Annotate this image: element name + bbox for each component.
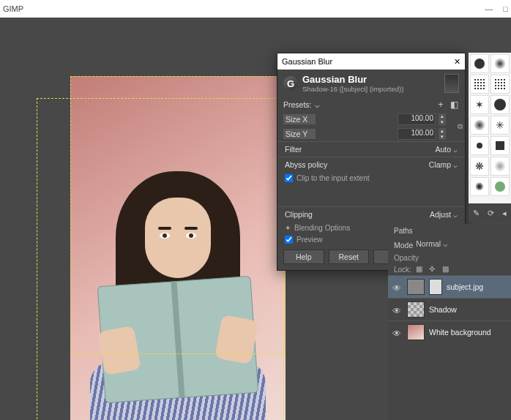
sizex-up[interactable]: ▴ [439,113,446,119]
clip-extent-checkbox[interactable] [285,174,293,182]
sizey-input[interactable]: 100.00 [398,128,436,140]
brush-swatch[interactable] [491,136,510,155]
preset-add-icon[interactable]: + [436,100,446,110]
chevron-down-icon: ⌵ [453,161,458,169]
brush-swatch[interactable]: ❋ [470,157,489,176]
sizex-down[interactable]: ▾ [439,119,446,125]
layer-mask-thumb [429,279,442,295]
abyss-value[interactable]: Clamp [429,160,451,169]
brush-swatch[interactable] [470,75,489,94]
dialog-subtitle: Shadow-16 ([subject] (imported)) [302,85,403,93]
app-title: GIMP [3,4,23,13]
brush-swatch[interactable]: ✺ [470,177,489,196]
visibility-icon[interactable]: 👁 [392,306,403,313]
brush-swatch[interactable] [491,75,510,94]
filter-mode-value[interactable]: Auto [435,145,451,154]
brush-refresh-icon[interactable]: ⟳ [488,209,494,218]
tab-paths[interactable]: Paths [394,227,413,235]
layer-row[interactable]: 👁 Shadow [388,298,511,320]
expand-icon[interactable]: ✦ [285,224,291,232]
dialog-window-title: Gaussian Blur [282,57,332,66]
brush-swatch[interactable] [470,54,489,73]
brush-swatch[interactable]: ✳ [491,116,510,135]
maximize-icon[interactable]: □ [503,4,508,13]
visibility-icon[interactable]: 👁 [392,329,403,336]
sizey-down[interactable]: ▾ [439,134,446,140]
lock-pos-icon[interactable]: ✜ [429,265,438,274]
brush-swatch[interactable]: ✶ [470,95,489,114]
presets-label: Presets: [283,100,312,109]
filter-mode-label: Filter [285,145,302,154]
preview-label: Preview [296,236,323,244]
preset-manage-icon[interactable]: ◧ [449,100,459,110]
brush-menu-icon[interactable]: ◂ [502,209,507,218]
link-xy-icon[interactable]: ⧉ [455,122,465,131]
clipping-label: Clipping [285,210,313,219]
brushes-panel[interactable]: ✶ ✳ ❋ ✺ [469,53,511,203]
sizex-label: Size X [283,114,316,124]
brush-swatch[interactable] [491,95,510,114]
visibility-icon[interactable]: 👁 [392,283,403,290]
layer-name[interactable]: Shadow [429,305,457,314]
layer-thumb [407,279,425,295]
brush-swatch[interactable] [470,116,489,135]
help-button[interactable]: Help [283,250,324,264]
preview-checkbox[interactable] [285,236,293,244]
mode-label: Mode [394,241,413,250]
selection-marquee-inner [70,76,286,354]
layer-name[interactable]: subject.jpg [447,282,483,291]
chevron-down-icon: ⌵ [315,100,320,109]
mode-value: Normal [416,239,441,248]
blending-options-label[interactable]: Blending Options [294,224,350,232]
layer-thumb-icon [444,74,459,93]
lock-pixel-icon[interactable]: ▦ [416,265,425,274]
clip-extent-label: Clip to the input extent [296,174,370,182]
layers-panel: Layers Channels Paths Mode Normal ⌵ Opac… [388,224,511,420]
presets-dropdown[interactable]: ⌵ [315,100,433,109]
brush-swatch[interactable] [470,136,489,155]
brush-edit-icon[interactable]: ✎ [473,209,480,218]
sizey-label: Size Y [283,129,316,139]
sizey-up[interactable]: ▴ [439,128,446,134]
brush-swatch[interactable] [491,157,510,176]
reset-button[interactable]: Reset [329,250,370,264]
chevron-down-icon: ⌵ [453,146,458,154]
brush-swatch[interactable] [491,177,510,196]
lock-alpha-icon[interactable]: ▩ [442,265,451,274]
layer-row[interactable]: 👁 White background [388,320,511,343]
layer-row[interactable]: 👁 subject.jpg [388,275,511,298]
layer-name[interactable]: White background [429,328,491,337]
sizex-input[interactable]: 100.00 [398,113,436,125]
chevron-down-icon: ⌵ [453,211,458,219]
close-icon[interactable]: ✕ [454,57,460,67]
lock-label: Lock: [394,266,411,274]
abyss-label: Abyss policy [285,160,327,169]
minimize-icon[interactable]: — [485,4,493,13]
layer-thumb [407,301,425,318]
clipping-value[interactable]: Adjust [430,210,451,219]
mode-dropdown[interactable]: Normal ⌵ [416,239,505,251]
layer-thumb [407,324,425,340]
dialog-title: Gaussian Blur [302,74,403,85]
opacity-label: Opacity [388,252,511,263]
brush-swatch[interactable] [491,54,510,73]
gegl-icon: G [283,76,298,91]
